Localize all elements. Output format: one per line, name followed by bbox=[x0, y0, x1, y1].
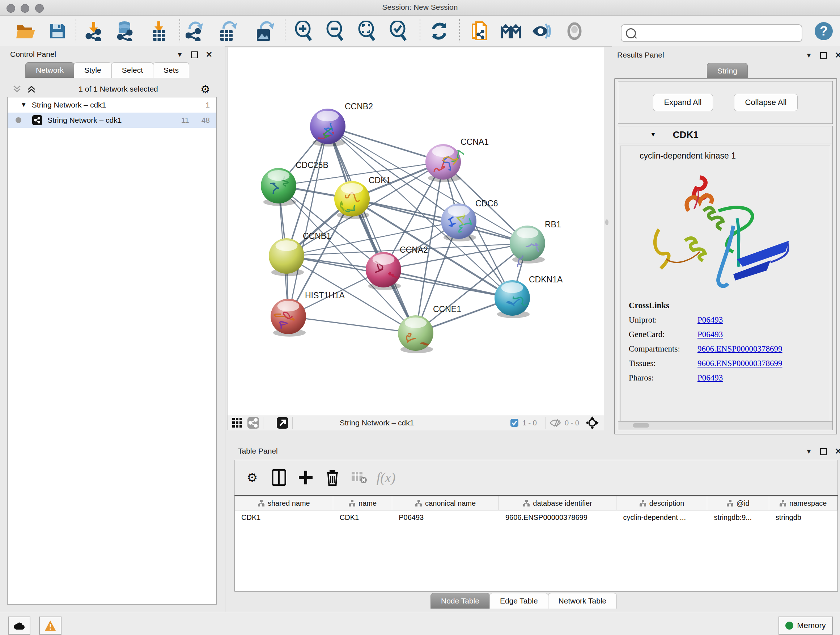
column-header[interactable]: namespace bbox=[769, 496, 837, 510]
network-node-cdk1[interactable]: CDK1 bbox=[334, 176, 391, 219]
tab-select[interactable]: Select bbox=[111, 62, 153, 78]
network-edge[interactable] bbox=[328, 126, 443, 162]
zoom-fit-button[interactable] bbox=[356, 21, 377, 42]
tab-network[interactable]: Network bbox=[25, 62, 74, 78]
refresh-button[interactable] bbox=[429, 21, 450, 42]
results-panel-menu-icon[interactable]: ▼ bbox=[806, 52, 812, 59]
network-collection-row[interactable]: ▼ String Network – cdk1 1 bbox=[8, 97, 216, 112]
control-panel-close-icon[interactable]: ✕ bbox=[206, 50, 212, 59]
column-header[interactable]: description bbox=[616, 496, 707, 510]
network-thumbnail-icon[interactable] bbox=[247, 417, 259, 429]
memory-button[interactable]: Memory bbox=[778, 616, 833, 635]
crosslink-link[interactable]: 9606.ENSP00000378699 bbox=[698, 344, 783, 354]
search-input[interactable] bbox=[639, 29, 802, 38]
first-neighbors-button[interactable] bbox=[500, 21, 521, 42]
warnings-button[interactable] bbox=[39, 616, 62, 635]
network-canvas[interactable]: CCNB2CCNA1CDC25BCDK1CDC6RB1CCNB1CCNA2CDK… bbox=[227, 48, 604, 415]
export-table-button[interactable] bbox=[218, 21, 238, 42]
tab-string[interactable]: String bbox=[707, 63, 748, 79]
table-panel-float-icon[interactable] bbox=[820, 448, 827, 455]
network-edge[interactable] bbox=[288, 126, 328, 317]
network-node-cdc6[interactable]: CDC6 bbox=[441, 199, 498, 241]
hidden-eye-icon bbox=[549, 418, 561, 427]
column-header-label: @id bbox=[737, 499, 750, 508]
network-node-rb1[interactable]: RB1 bbox=[510, 220, 561, 267]
create-column-icon[interactable] bbox=[296, 468, 315, 487]
node-table: shared namenamecanonical namedatabase id… bbox=[234, 495, 838, 592]
export-network-button[interactable] bbox=[185, 21, 206, 42]
crosslink-link[interactable]: P06493 bbox=[698, 373, 723, 383]
table-cell[interactable]: stringdb:9... bbox=[707, 510, 769, 525]
tab-sets[interactable]: Sets bbox=[153, 62, 189, 78]
network-edge[interactable] bbox=[384, 270, 512, 298]
expand-all-icon[interactable] bbox=[27, 84, 36, 94]
network-node-cdkn1a[interactable]: CDKN1A bbox=[494, 275, 563, 318]
import-network-file-button[interactable] bbox=[83, 21, 104, 42]
results-horizontal-scrollbar[interactable] bbox=[618, 421, 832, 430]
table-cell[interactable]: stringdb bbox=[769, 510, 837, 525]
table-cell[interactable]: 9606.ENSP00000378699 bbox=[499, 510, 617, 525]
network-row[interactable]: String Network – cdk1 11 48 bbox=[8, 112, 216, 128]
fit-selected-crosshair-icon[interactable] bbox=[585, 416, 600, 430]
results-panel-float-icon[interactable] bbox=[820, 52, 827, 59]
control-panel-menu-icon[interactable]: ▼ bbox=[177, 51, 183, 59]
help-button[interactable]: ? bbox=[813, 21, 834, 42]
column-header[interactable]: canonical name bbox=[392, 496, 499, 510]
collection-expand-icon[interactable]: ▼ bbox=[21, 101, 27, 109]
crosslink-link[interactable]: P06493 bbox=[698, 330, 723, 339]
cloud-status-button[interactable] bbox=[8, 616, 30, 635]
table-settings-gear-icon[interactable]: ⚙ bbox=[243, 468, 262, 487]
table-row[interactable]: CDK1CDK1P064939606.ENSP00000378699cyclin… bbox=[235, 510, 837, 525]
birdseye-toggle-icon[interactable] bbox=[276, 417, 289, 429]
crosslink-link[interactable]: 9606.ENSP00000378699 bbox=[698, 359, 783, 368]
import-network-database-button[interactable] bbox=[114, 21, 135, 42]
protein-expand-icon[interactable]: ▼ bbox=[650, 131, 656, 138]
network-node-ccnb2[interactable]: CCNB2 bbox=[310, 102, 373, 147]
table-cell[interactable]: cyclin-dependent ... bbox=[617, 510, 707, 525]
delete-column-icon[interactable] bbox=[323, 468, 342, 487]
table-cell[interactable]: P06493 bbox=[392, 510, 499, 525]
delete-table-icon[interactable] bbox=[350, 468, 369, 487]
tab-edge-table[interactable]: Edge Table bbox=[489, 593, 548, 608]
collapse-all-icon[interactable] bbox=[12, 84, 22, 94]
collapse-all-button[interactable]: Collapse All bbox=[734, 94, 798, 111]
show-all-button[interactable] bbox=[564, 21, 585, 42]
import-table-button[interactable] bbox=[149, 21, 170, 42]
column-header[interactable]: shared name bbox=[235, 496, 333, 510]
network-node-ccne1[interactable]: CCNE1 bbox=[398, 304, 461, 353]
crosslink-label: Compartments: bbox=[629, 344, 698, 354]
tab-node-table[interactable]: Node Table bbox=[431, 593, 490, 608]
zoom-selected-button[interactable] bbox=[387, 21, 409, 42]
network-edge[interactable] bbox=[352, 199, 527, 243]
open-session-button[interactable] bbox=[15, 21, 36, 42]
tab-network-table[interactable]: Network Table bbox=[548, 593, 617, 608]
save-session-button[interactable] bbox=[47, 21, 68, 42]
zoom-out-button[interactable] bbox=[324, 21, 345, 42]
search-box[interactable] bbox=[621, 24, 802, 42]
network-options-gear-icon[interactable]: ⚙ bbox=[201, 83, 210, 96]
control-panel-float-icon[interactable] bbox=[191, 51, 198, 58]
expand-all-button[interactable]: Expand All bbox=[653, 94, 713, 111]
clone-network-button[interactable] bbox=[469, 21, 490, 42]
network-edge[interactable] bbox=[288, 317, 416, 333]
tab-style[interactable]: Style bbox=[74, 62, 112, 78]
table-cell[interactable]: CDK1 bbox=[333, 510, 392, 525]
column-header[interactable]: name bbox=[333, 496, 393, 510]
function-builder-icon[interactable]: f(x) bbox=[377, 468, 395, 487]
crosslink-link[interactable]: P06493 bbox=[698, 315, 723, 325]
table-cell[interactable]: CDK1 bbox=[235, 510, 333, 525]
selected-count: 1 - 0 bbox=[523, 419, 537, 427]
table-panel-menu-icon[interactable]: ▼ bbox=[806, 448, 812, 455]
network-node-hist1h1a[interactable]: HIST1H1A bbox=[271, 291, 345, 337]
zoom-in-button[interactable] bbox=[293, 21, 314, 42]
export-image-button[interactable] bbox=[254, 21, 275, 42]
column-header[interactable]: database identifier bbox=[499, 496, 616, 510]
vertical-splitter-handle[interactable] bbox=[605, 219, 608, 225]
column-header[interactable]: @id bbox=[707, 496, 769, 510]
hide-selected-button[interactable] bbox=[531, 21, 552, 42]
results-panel-close-icon[interactable]: ✕ bbox=[835, 51, 840, 60]
table-panel-close-icon[interactable]: ✕ bbox=[835, 447, 840, 456]
grid-view-icon[interactable] bbox=[231, 417, 243, 429]
protein-section-header[interactable]: ▼ CDK1 bbox=[618, 126, 832, 143]
show-columns-icon[interactable] bbox=[270, 468, 288, 487]
